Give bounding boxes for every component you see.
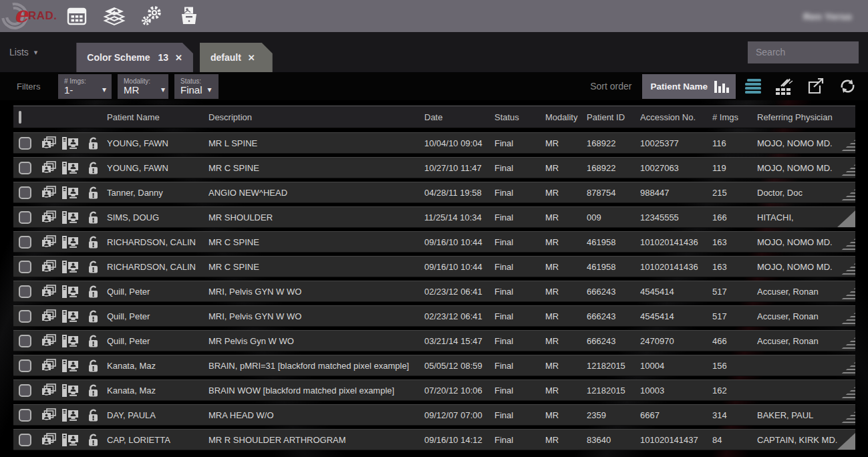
- workstation-icon[interactable]: [61, 161, 86, 175]
- unlock-icon[interactable]: [86, 161, 107, 175]
- unlock-icon[interactable]: [86, 408, 107, 422]
- row-checkbox[interactable]: [19, 261, 31, 273]
- list-view-icon[interactable]: [744, 78, 762, 95]
- logged-in-username[interactable]: Ren Yerso: [803, 11, 852, 22]
- workstation-icon[interactable]: [61, 384, 86, 398]
- col-referring[interactable]: Referring Physician: [757, 112, 855, 122]
- unlock-icon[interactable]: [86, 210, 107, 224]
- row-checkbox[interactable]: [19, 359, 31, 372]
- search-input[interactable]: [756, 47, 868, 57]
- table-row[interactable]: CAP, LORIETTA MR R SHOULDER ARTHROGRAM 0…: [13, 429, 855, 450]
- row-checkbox[interactable]: [19, 409, 31, 422]
- row-checkbox[interactable]: [19, 434, 31, 446]
- search-box[interactable]: [748, 41, 859, 63]
- row-checkbox[interactable]: [19, 335, 31, 347]
- unlock-icon[interactable]: [86, 235, 107, 249]
- col-patient-id[interactable]: Patient ID: [587, 112, 640, 122]
- table-row[interactable]: Quill, Peter MRI, Pelvis GYN W WO 02/23/…: [13, 281, 855, 302]
- col-modality[interactable]: Modality: [545, 112, 587, 122]
- study-stack-icon[interactable]: [41, 186, 61, 200]
- workstation-icon[interactable]: [61, 334, 86, 348]
- workstation-icon[interactable]: [61, 408, 86, 422]
- col-num-imgs[interactable]: # Imgs: [712, 112, 757, 122]
- workstation-icon[interactable]: [61, 433, 86, 447]
- row-grip[interactable]: [839, 387, 855, 400]
- study-stack-icon[interactable]: [41, 309, 61, 323]
- study-stack-icon[interactable]: [41, 136, 61, 150]
- refresh-icon[interactable]: [839, 78, 856, 95]
- workstation-icon[interactable]: [61, 359, 86, 373]
- table-row[interactable]: RICHARDSON, CALIN MR C SPINE 09/16/10 10…: [13, 231, 855, 253]
- col-date[interactable]: Date: [424, 112, 494, 122]
- col-accession[interactable]: Accession No.: [640, 112, 712, 122]
- status-filter[interactable]: Status: Final ▾: [174, 74, 219, 99]
- unlock-icon[interactable]: [86, 260, 107, 274]
- unlock-icon[interactable]: [86, 359, 107, 373]
- study-stack-icon[interactable]: [41, 334, 61, 348]
- tab-default[interactable]: default ✕: [200, 43, 273, 72]
- row-checkbox[interactable]: [19, 137, 31, 150]
- study-stack-icon[interactable]: [41, 408, 61, 422]
- unlock-icon[interactable]: [86, 433, 107, 447]
- workstation-icon[interactable]: [61, 136, 86, 150]
- study-stack-icon[interactable]: [41, 235, 61, 249]
- studies-layers-icon[interactable]: [103, 5, 126, 27]
- workstation-icon[interactable]: [61, 285, 86, 299]
- study-stack-icon[interactable]: [41, 433, 61, 447]
- workstation-icon[interactable]: [61, 260, 86, 274]
- row-checkbox[interactable]: [19, 211, 31, 224]
- study-stack-icon[interactable]: [41, 161, 61, 175]
- export-icon[interactable]: [807, 78, 825, 95]
- unlock-icon[interactable]: [86, 334, 107, 348]
- settings-gears-icon[interactable]: [140, 5, 163, 27]
- table-row[interactable]: RICHARDSON, CALIN MR C SPINE 09/16/10 10…: [13, 256, 855, 277]
- col-description[interactable]: Description: [208, 112, 424, 122]
- unlock-icon[interactable]: [86, 384, 107, 398]
- table-row[interactable]: YOUNG, FAWN MR C SPINE 10/27/10 11:47 Fi…: [13, 157, 855, 178]
- tab-color-scheme[interactable]: Color Scheme 13 ✕: [76, 43, 193, 72]
- workstation-icon[interactable]: [61, 235, 86, 249]
- close-icon[interactable]: ✕: [248, 53, 255, 63]
- table-row[interactable]: Tanner, Danny ANGIO NEW^HEAD 04/28/11 19…: [13, 182, 855, 203]
- row-checkbox[interactable]: [19, 384, 31, 397]
- study-stack-icon[interactable]: [41, 285, 61, 299]
- table-row[interactable]: Kanata, Maz BRAIN, pMRI=31 [blackford ma…: [13, 355, 855, 376]
- unlock-icon[interactable]: [86, 136, 107, 150]
- modality-filter[interactable]: Modality: MR ▾: [118, 74, 168, 99]
- col-status[interactable]: Status: [494, 112, 545, 122]
- lists-dropdown[interactable]: Lists ▾: [9, 47, 37, 57]
- row-checkbox[interactable]: [19, 285, 31, 298]
- row-grip[interactable]: [839, 362, 855, 375]
- sort-field-button[interactable]: Patient Name: [642, 74, 736, 99]
- cell-modality: MR: [545, 311, 587, 321]
- table-row[interactable]: Quill, Peter MRI, Pelvis GYN W WO 02/23/…: [13, 305, 855, 327]
- archive-box-icon[interactable]: [178, 5, 200, 27]
- row-checkbox[interactable]: [19, 236, 31, 249]
- filter-bar: Filters # Imgs: 1- ▾ Modality: MR ▾: [0, 72, 868, 100]
- edit-layout-icon[interactable]: [776, 78, 793, 95]
- table-row[interactable]: Kanata, Maz BRAIN WOW [blackford matched…: [13, 379, 855, 401]
- table-row[interactable]: SIMS, DOUG MR SHOULDER 11/25/14 10:34 Fi…: [13, 206, 855, 228]
- study-stack-icon[interactable]: [41, 359, 61, 373]
- row-checkbox[interactable]: [19, 162, 31, 174]
- cell-referring: Accuser, Ronan: [757, 311, 855, 321]
- unlock-icon[interactable]: [86, 309, 107, 323]
- workstation-icon[interactable]: [61, 210, 86, 224]
- workstation-icon[interactable]: [61, 186, 86, 200]
- row-checkbox[interactable]: [19, 310, 31, 323]
- unlock-icon[interactable]: [86, 285, 107, 299]
- workstation-icon[interactable]: [61, 309, 86, 323]
- table-row[interactable]: DAY, PAULA MRA HEAD W/O 09/12/07 07:00 F…: [13, 404, 855, 426]
- row-checkbox[interactable]: [19, 186, 31, 199]
- cell-description: BRAIN WOW [blackford matched pixel examp…: [208, 386, 424, 396]
- select-all-checkbox[interactable]: [19, 111, 21, 124]
- study-stack-icon[interactable]: [41, 210, 61, 224]
- col-patient-name[interactable]: Patient Name: [107, 112, 208, 122]
- study-stack-icon[interactable]: [41, 384, 61, 398]
- num-imgs-filter[interactable]: # Imgs: 1- ▾: [58, 74, 112, 99]
- table-row[interactable]: YOUNG, FAWN MR L SPINE 10/04/10 09:04 Fi…: [13, 132, 855, 154]
- unlock-icon[interactable]: [86, 186, 107, 200]
- close-icon[interactable]: ✕: [175, 53, 182, 63]
- study-stack-icon[interactable]: [41, 260, 61, 274]
- table-row[interactable]: Quill, Peter MR Pelvis Gyn W WO 03/21/14…: [13, 330, 855, 351]
